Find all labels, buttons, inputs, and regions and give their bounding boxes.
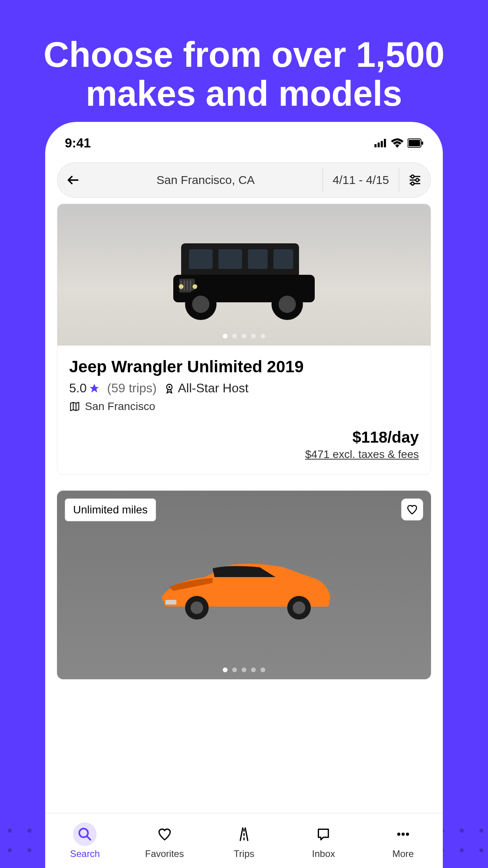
car-title: Jeep Wrangler Unlimited 2019 <box>69 357 419 376</box>
chat-icon <box>316 827 331 842</box>
svg-rect-6 <box>422 142 423 145</box>
car-image-1[interactable] <box>57 204 431 346</box>
svg-rect-2 <box>381 141 383 147</box>
nav-more-label: More <box>392 848 414 859</box>
nav-inbox[interactable]: Inbox <box>284 813 363 868</box>
svg-point-26 <box>191 601 203 614</box>
svg-rect-3 <box>384 139 386 147</box>
bottom-nav: Search Favorites Trips Inbox More <box>45 813 443 868</box>
svg-point-33 <box>402 833 405 836</box>
star-icon <box>89 383 100 394</box>
dot-4 <box>251 334 256 338</box>
nav-more[interactable]: More <box>363 813 443 868</box>
dot-2 <box>232 668 237 672</box>
dot-3 <box>242 334 246 338</box>
svg-point-28 <box>293 601 305 614</box>
svg-rect-13 <box>218 249 242 269</box>
meta-row: 5.0 (59 trips) All-Star Host <box>69 381 419 395</box>
date-range-input[interactable]: 4/11 - 4/15 <box>323 168 399 192</box>
card-body-1: Jeep Wrangler Unlimited 2019 5.0 (59 tri… <box>57 346 431 474</box>
dot-5 <box>261 334 265 338</box>
filter-button[interactable] <box>399 173 431 187</box>
svg-point-21 <box>179 284 183 289</box>
back-button[interactable] <box>57 173 89 187</box>
nav-search[interactable]: Search <box>45 813 125 868</box>
car-image-2[interactable]: Unlimited miles <box>57 491 431 679</box>
road-icon <box>237 827 251 842</box>
status-icons <box>374 138 423 148</box>
svg-point-9 <box>411 182 414 185</box>
svg-rect-15 <box>273 249 293 269</box>
svg-rect-14 <box>248 249 268 269</box>
svg-point-18 <box>192 296 209 313</box>
nav-favorites-label: Favorites <box>145 848 184 859</box>
status-time: 9:41 <box>65 136 91 151</box>
svg-point-22 <box>193 284 197 289</box>
arrow-left-icon <box>66 173 80 187</box>
trip-count: (59 trips) <box>107 381 156 395</box>
heart-icon <box>406 504 418 515</box>
search-bar: San Francisco, CA 4/11 - 4/15 <box>57 162 431 198</box>
svg-point-32 <box>397 833 400 836</box>
sliders-icon <box>408 173 422 187</box>
phone-frame: 9:41 San Francisco, CA 4/11 - 4/15 <box>45 122 443 868</box>
rating-value: 5.0 <box>69 381 86 395</box>
award-icon <box>164 383 175 394</box>
svg-rect-0 <box>374 144 376 147</box>
image-pagination <box>223 334 265 338</box>
location-text: San Francisco <box>85 400 155 413</box>
dot-2 <box>232 334 237 338</box>
dot-5 <box>261 668 265 672</box>
dot-1 <box>223 334 227 338</box>
battery-icon <box>407 138 423 148</box>
dot-3 <box>242 668 246 672</box>
cellular-icon <box>374 138 387 148</box>
svg-rect-1 <box>378 143 380 147</box>
car-illustration-sports <box>150 546 338 624</box>
car-illustration-jeep <box>158 228 330 322</box>
favorite-button[interactable] <box>401 498 423 520</box>
price-row: $118/day $471 excl. taxes & fees <box>69 428 419 461</box>
heart-icon <box>157 827 172 842</box>
nav-inbox-icon-wrap <box>312 822 335 846</box>
wifi-icon <box>391 138 404 148</box>
nav-search-label: Search <box>70 848 100 859</box>
listing-card-1[interactable]: Jeep Wrangler Unlimited 2019 5.0 (59 tri… <box>57 204 431 475</box>
host-badge-label: All-Star Host <box>178 381 249 395</box>
host-badge: All-Star Host <box>164 381 249 395</box>
dot-1 <box>223 668 227 672</box>
svg-rect-5 <box>409 140 420 146</box>
nav-trips-label: Trips <box>234 848 254 859</box>
rating: 5.0 <box>69 381 100 395</box>
listing-card-2[interactable]: Unlimited miles <box>57 491 431 679</box>
status-bar: 9:41 <box>45 122 443 156</box>
dot-4 <box>251 668 256 672</box>
svg-point-34 <box>406 833 409 836</box>
nav-more-icon-wrap <box>391 822 415 846</box>
svg-point-20 <box>279 296 296 313</box>
nav-favorites[interactable]: Favorites <box>125 813 204 868</box>
nav-favorites-icon-wrap <box>153 822 176 846</box>
location-row: San Francisco <box>69 400 419 413</box>
nav-inbox-label: Inbox <box>312 848 335 859</box>
price-total[interactable]: $471 excl. taxes & fees <box>69 448 419 461</box>
nav-trips-icon-wrap <box>232 822 256 846</box>
svg-line-31 <box>87 836 91 840</box>
search-icon <box>77 827 92 842</box>
location-input[interactable]: San Francisco, CA <box>89 173 323 187</box>
nav-search-icon-wrap <box>73 822 97 846</box>
marketing-headline: Choose from over 1,500 makes and models <box>0 0 488 113</box>
dots-icon <box>396 827 411 842</box>
svg-point-24 <box>168 386 170 388</box>
price-per-day: $118/day <box>69 428 419 446</box>
unlimited-miles-badge: Unlimited miles <box>65 498 156 521</box>
svg-rect-12 <box>189 249 213 269</box>
map-icon <box>69 401 80 412</box>
svg-point-7 <box>411 175 414 178</box>
svg-point-8 <box>416 178 419 182</box>
nav-trips[interactable]: Trips <box>204 813 284 868</box>
image-pagination-2 <box>223 668 265 672</box>
svg-rect-29 <box>165 600 176 605</box>
